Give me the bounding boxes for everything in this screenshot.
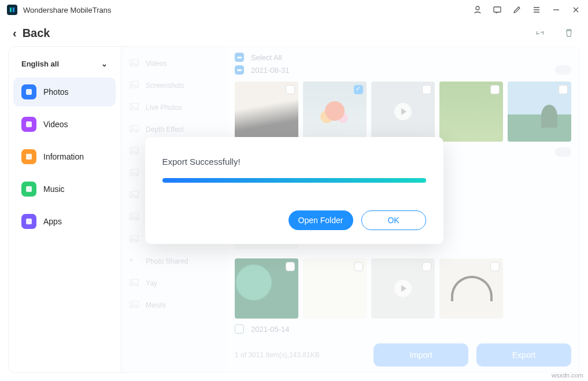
- modal-backdrop: Export Successfully! Open Folder OK: [0, 0, 588, 381]
- ok-button[interactable]: OK: [361, 210, 426, 230]
- watermark: wsxdn.com: [552, 372, 583, 379]
- export-success-modal: Export Successfully! Open Folder OK: [145, 137, 443, 244]
- modal-title: Export Successfully!: [162, 157, 426, 167]
- open-folder-button[interactable]: Open Folder: [289, 210, 353, 230]
- progress-bar: [162, 178, 426, 183]
